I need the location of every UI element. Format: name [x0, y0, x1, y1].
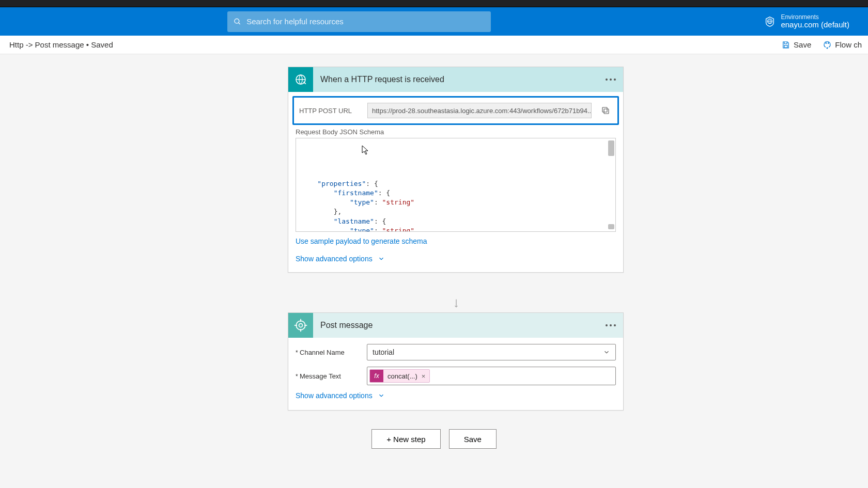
trigger-advanced-toggle[interactable]: Show advanced options [296, 255, 616, 263]
expression-token[interactable]: fx concat(...) × [369, 369, 430, 383]
flow-checker-icon [823, 40, 832, 50]
remove-token-button[interactable]: × [422, 372, 430, 380]
search-icon [234, 18, 241, 26]
browser-chrome-bar [0, 0, 868, 7]
svg-rect-3 [784, 45, 787, 48]
save-label: Save [794, 40, 811, 49]
environment-picker[interactable]: Environments enayu.com (default) [764, 14, 849, 29]
save-icon [781, 40, 791, 50]
token-label: concat(...) [383, 372, 422, 380]
fx-icon: fx [370, 369, 383, 383]
schema-label: Request Body JSON Schema [296, 128, 616, 136]
scrollbar-thumb[interactable] [608, 140, 614, 156]
search-input[interactable] [246, 17, 485, 26]
http-post-url-value[interactable]: https://prod-28.southeastasia.logic.azur… [367, 103, 592, 118]
flow-checker-action[interactable]: Flow ch [823, 40, 862, 50]
schema-editor[interactable]: "properties": { "firstname": { "type": "… [296, 138, 616, 232]
svg-point-5 [826, 42, 827, 43]
save-action[interactable]: Save [781, 40, 811, 50]
trigger-title: When a HTTP request is received [320, 75, 444, 84]
copy-icon [601, 106, 610, 115]
trigger-card: When a HTTP request is received HTTP POS… [288, 67, 624, 273]
trigger-more-button[interactable] [606, 78, 616, 81]
save-button[interactable]: Save [449, 429, 497, 449]
use-sample-payload-link[interactable]: Use sample payload to generate schema [296, 237, 427, 245]
channel-name-select[interactable]: tutorial [367, 344, 616, 360]
new-step-button[interactable]: + New step [371, 429, 440, 449]
environment-label: Environments [781, 14, 849, 21]
app-header: Environments enayu.com (default) [0, 7, 868, 36]
svg-point-11 [296, 321, 305, 330]
copy-url-button[interactable] [599, 104, 612, 117]
chevron-down-icon [378, 255, 385, 262]
http-post-url-label: HTTP POST URL [299, 107, 360, 115]
action-card-header[interactable]: Post message [288, 313, 623, 338]
message-text-input[interactable]: fx concat(...) × [367, 367, 616, 385]
environment-value: enayu.com (default) [781, 21, 849, 29]
subheader-bar: Http -> Post message • Saved Save Flow c… [0, 36, 868, 54]
action-card: Post message Channel Name tutorial Messa… [288, 312, 624, 411]
svg-point-6 [828, 42, 829, 43]
flow-checker-label: Flow ch [835, 40, 862, 49]
channel-name-label: Channel Name [296, 349, 360, 356]
flow-canvas[interactable]: When a HTTP request is received HTTP POS… [0, 54, 868, 488]
svg-line-1 [238, 22, 240, 24]
message-text-label: Message Text [296, 372, 360, 380]
svg-point-12 [299, 324, 303, 327]
post-message-icon [288, 313, 313, 338]
http-post-url-row: HTTP POST URL https://prod-28.southeasta… [292, 96, 619, 125]
svg-point-4 [827, 48, 828, 49]
channel-name-value: tutorial [373, 348, 394, 356]
action-advanced-toggle[interactable]: Show advanced options [296, 391, 616, 400]
svg-rect-9 [602, 107, 607, 112]
svg-point-0 [235, 19, 239, 23]
svg-rect-8 [604, 109, 609, 114]
search-box[interactable] [227, 11, 491, 32]
action-title: Post message [320, 321, 373, 330]
http-trigger-icon [288, 67, 313, 92]
chevron-down-icon [378, 392, 385, 399]
trigger-advanced-label: Show advanced options [296, 255, 373, 263]
breadcrumb: Http -> Post message • Saved [9, 40, 113, 49]
action-advanced-label: Show advanced options [296, 391, 373, 400]
environment-icon [764, 16, 776, 27]
scrollbar-thumb-bottom[interactable] [608, 224, 614, 229]
action-more-button[interactable] [606, 324, 616, 326]
bottom-actions: + New step Save [0, 429, 868, 449]
chevron-down-icon [603, 349, 610, 356]
trigger-card-header[interactable]: When a HTTP request is received [288, 67, 623, 92]
